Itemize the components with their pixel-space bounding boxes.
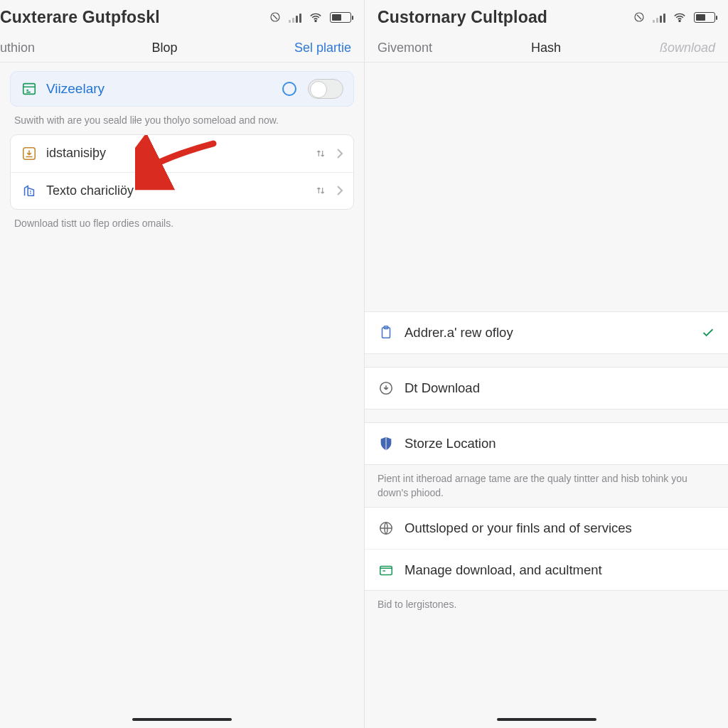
status-icons	[633, 11, 715, 23]
cellular-icon	[653, 12, 665, 23]
settings-section-1: Addrer.a' rew ofloy	[365, 311, 728, 354]
section-note: Pient int itheroad arnage tame are the q…	[365, 465, 728, 507]
settings-section-4: Outtsloped or your finls and of services…	[365, 507, 728, 591]
settings-section-2: Dt Download	[365, 367, 728, 410]
settings-section-3: Storze Location	[365, 422, 728, 465]
dnd-icon	[269, 11, 282, 23]
home-indicator[interactable]	[132, 718, 232, 721]
row-storage[interactable]: Storze Location	[365, 423, 728, 464]
clipboard-icon	[378, 324, 395, 341]
folder-icon	[378, 562, 395, 579]
tabs: Givemont Hash ßownload	[365, 34, 728, 63]
svg-point-5	[679, 21, 680, 22]
status-icons	[269, 11, 351, 23]
home-indicator[interactable]	[497, 718, 596, 721]
app-title: Cuxterare Gutpfoskl	[0, 8, 160, 27]
phone-right: Custornary Cultpload Givemont Hash ßownl…	[364, 0, 728, 728]
shield-icon	[378, 435, 395, 452]
tab-download[interactable]: ßownload	[660, 41, 715, 55]
row-idstanisipy[interactable]: idstanisiþy	[11, 135, 353, 172]
hero-caption: Suwith with are you seald liłe you tholy…	[14, 114, 350, 127]
sort-icon	[315, 184, 326, 197]
wifi-icon	[673, 11, 687, 23]
download-circle-icon	[378, 380, 395, 397]
row-label: Dt Download	[405, 380, 715, 396]
hero-label: Viizeelary	[46, 81, 274, 97]
app-title: Custornary Cultpload	[365, 8, 547, 27]
row-manage[interactable]: Manage download, and acultment	[365, 549, 728, 590]
building-icon	[21, 182, 38, 199]
download-box-icon	[21, 145, 38, 162]
globe-icon	[378, 520, 395, 537]
phone-left: Cuxterare Gutpfoskl uthion Blop Sel plar…	[0, 0, 364, 728]
chevron-right-icon	[336, 185, 343, 196]
battery-icon	[694, 12, 715, 23]
cellular-icon	[289, 12, 301, 23]
tab-givemont[interactable]: Givemont	[378, 41, 432, 55]
tab-hash[interactable]: Hash	[531, 41, 561, 55]
svg-rect-10	[380, 566, 392, 574]
wifi-icon	[309, 11, 323, 23]
svg-point-1	[315, 21, 316, 22]
status-bar: Custornary Cultpload	[365, 0, 728, 34]
tab-blop[interactable]: Blop	[151, 41, 177, 55]
check-icon	[701, 327, 715, 338]
dnd-icon	[633, 11, 646, 23]
footer-caption: Download tistt uo flep ordies omails.	[14, 217, 350, 230]
hero-row[interactable]: Viizeelary	[10, 71, 354, 107]
row-label: Texto charicliöy	[46, 183, 306, 198]
tab-uthion[interactable]: uthion	[0, 41, 35, 55]
row-address[interactable]: Addrer.a' rew ofloy	[365, 312, 728, 353]
row-label: Storze Location	[405, 436, 715, 451]
battery-icon	[330, 12, 351, 23]
tabs: uthion Blop Sel plartie	[0, 34, 364, 63]
row-label: Addrer.a' rew ofloy	[405, 325, 691, 341]
radio-icon[interactable]	[282, 82, 296, 96]
row-label: idstanisiþy	[46, 146, 306, 161]
dashboard-icon	[21, 80, 38, 97]
section-note-2: Bid to lergistones.	[365, 591, 728, 619]
toggle[interactable]	[308, 79, 343, 99]
chevron-right-icon	[336, 148, 343, 159]
row-dtdownload[interactable]: Dt Download	[365, 368, 728, 409]
row-texto[interactable]: Texto charicliöy	[11, 172, 353, 209]
row-label: Outtsloped or your finls and of services	[405, 520, 715, 536]
row-label: Manage download, and acultment	[405, 562, 715, 578]
tab-selplartie[interactable]: Sel plartie	[294, 41, 351, 55]
options-card: idstanisiþy Texto charicliöy	[10, 134, 354, 210]
sort-icon	[315, 147, 326, 160]
status-bar: Cuxterare Gutpfoskl	[0, 0, 364, 34]
row-outsloped[interactable]: Outtsloped or your finls and of services	[365, 508, 728, 549]
